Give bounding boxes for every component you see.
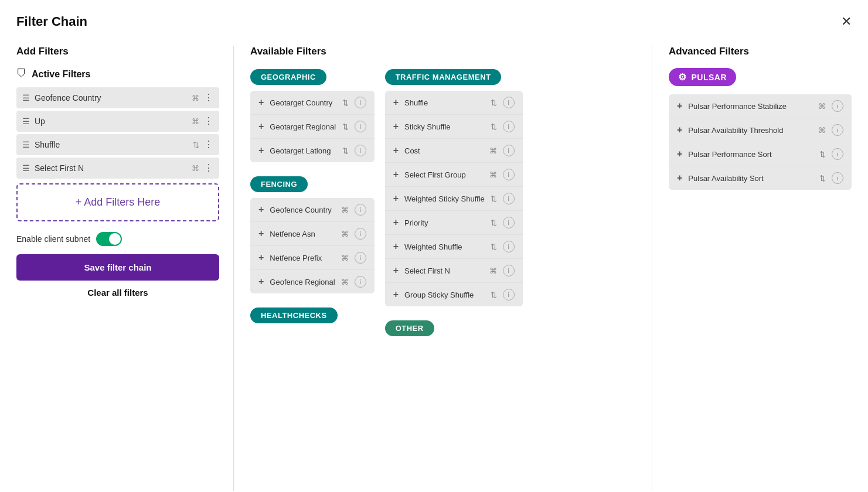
more-options-icon[interactable]: ⋮: [204, 163, 213, 173]
add-icon[interactable]: +: [393, 265, 399, 276]
avail-item-pulsar-perf-sort[interactable]: + Pulsar Performance Sort ⇅ i: [669, 142, 852, 166]
scissors-icon: ⌘: [341, 278, 349, 286]
avail-item-netfence-asn[interactable]: + Netfence Asn ⌘ i: [250, 222, 375, 246]
item-name: Sticky Shuffle: [404, 122, 485, 131]
drag-handle-icon: ☰: [22, 117, 30, 126]
scissors-icon: ⌘: [489, 170, 497, 179]
info-icon[interactable]: i: [503, 97, 515, 108]
more-options-icon[interactable]: ⋮: [204, 140, 213, 149]
filter-item-select-first-n[interactable]: ☰ Select First N ⌘ ⋮: [16, 158, 219, 179]
info-icon[interactable]: i: [503, 241, 515, 252]
arrows-icon: ⇅: [342, 98, 349, 107]
item-name: Netfence Asn: [270, 230, 335, 238]
info-icon[interactable]: i: [355, 276, 366, 288]
add-icon[interactable]: +: [393, 97, 399, 108]
close-button[interactable]: ✕: [841, 15, 852, 28]
info-icon[interactable]: i: [355, 121, 366, 132]
filter-item-shuffle[interactable]: ☰ Shuffle ⇅ ⋮: [16, 134, 219, 155]
avail-item-geotarget-country[interactable]: + Geotarget Country ⇅ i: [250, 91, 375, 115]
avail-item-priority[interactable]: + Priority ⇅ i: [385, 211, 523, 235]
info-icon[interactable]: i: [832, 124, 843, 136]
add-icon[interactable]: +: [258, 276, 264, 287]
info-icon[interactable]: i: [503, 217, 515, 228]
item-name: Select First N: [404, 266, 484, 275]
avail-item-netfence-prefix[interactable]: + Netfence Prefix ⌘ i: [250, 246, 375, 270]
info-icon[interactable]: i: [832, 100, 843, 112]
add-icon[interactable]: +: [393, 289, 399, 300]
avail-item-group-sticky-shuffle[interactable]: + Group Sticky Shuffle ⇅ i: [385, 283, 523, 306]
avail-item-cost[interactable]: + Cost ⌘ i: [385, 139, 523, 163]
add-icon[interactable]: +: [677, 173, 682, 183]
avail-item-select-first-group[interactable]: + Select First Group ⌘ i: [385, 163, 523, 187]
filter-item-geofence-country[interactable]: ☰ Geofence Country ⌘ ⋮: [16, 87, 219, 108]
active-filters-header: ⛉ Active Filters: [16, 68, 219, 80]
add-icon[interactable]: +: [258, 228, 264, 239]
avail-item-pulsar-avail-threshold[interactable]: + Pulsar Availability Threshold ⌘ i: [669, 118, 852, 142]
add-icon[interactable]: +: [258, 121, 264, 132]
info-icon[interactable]: i: [503, 289, 515, 300]
add-icon[interactable]: +: [258, 97, 264, 108]
avail-item-select-first-n[interactable]: + Select First N ⌘ i: [385, 259, 523, 283]
scissors-icon: ⌘: [341, 206, 349, 214]
info-icon[interactable]: i: [355, 228, 366, 240]
info-icon[interactable]: i: [355, 145, 366, 156]
add-icon[interactable]: +: [393, 241, 399, 252]
scissors-icon: ⌘: [489, 266, 497, 275]
add-icon[interactable]: +: [393, 217, 399, 228]
healthchecks-tag: HEALTHCHECKS: [250, 308, 338, 323]
filter-item-up[interactable]: ☰ Up ⌘ ⋮: [16, 111, 219, 132]
item-name: Cost: [404, 146, 484, 155]
avail-item-pulsar-perf-stabilize[interactable]: + Pulsar Performance Stabilize ⌘ i: [669, 94, 852, 118]
add-icon[interactable]: +: [258, 252, 264, 263]
avail-item-geofence-country[interactable]: + Geofence Country ⌘ i: [250, 198, 375, 222]
more-options-icon[interactable]: ⋮: [204, 117, 213, 126]
add-icon[interactable]: +: [393, 145, 399, 156]
add-icon[interactable]: +: [393, 193, 399, 204]
info-icon[interactable]: i: [355, 252, 366, 264]
drop-zone[interactable]: + Add Filters Here: [16, 183, 219, 221]
add-filters-title: Add Filters: [16, 46, 219, 57]
save-filter-chain-button[interactable]: Save filter chain: [16, 254, 219, 281]
item-name: Weighted Shuffle: [404, 242, 485, 251]
more-options-icon[interactable]: ⋮: [204, 93, 213, 102]
add-icon[interactable]: +: [393, 121, 399, 132]
info-icon[interactable]: i: [832, 172, 843, 184]
add-icon[interactable]: +: [677, 149, 682, 159]
avail-item-geotarget-regional[interactable]: + Geotarget Regional ⇅ i: [250, 115, 375, 139]
info-icon[interactable]: i: [503, 193, 515, 204]
item-name: Shuffle: [404, 98, 485, 107]
drop-zone-label: + Add Filters Here: [76, 196, 161, 208]
info-icon[interactable]: i: [503, 169, 515, 180]
drag-handle-icon: ☰: [22, 93, 30, 102]
add-icon[interactable]: +: [258, 204, 264, 215]
item-name: Pulsar Performance Sort: [688, 150, 813, 159]
add-icon[interactable]: +: [677, 125, 682, 135]
pulsar-label: PULSAR: [692, 73, 727, 82]
clear-all-filters-button[interactable]: Clear all filters: [16, 288, 219, 298]
info-icon[interactable]: i: [503, 265, 515, 276]
avail-item-weighted-sticky-shuffle[interactable]: + Weighted Sticky Shuffle ⇅ i: [385, 187, 523, 211]
item-name: Netfence Prefix: [270, 254, 335, 262]
avail-item-geofence-regional[interactable]: + Geofence Regional ⌘ i: [250, 270, 375, 293]
geographic-filter-list: + Geotarget Country ⇅ i + Geotarget Regi…: [250, 91, 375, 162]
item-name: Geofence Country: [270, 206, 335, 214]
info-icon[interactable]: i: [355, 97, 366, 108]
avail-item-pulsar-avail-sort[interactable]: + Pulsar Availability Sort ⇅ i: [669, 166, 852, 190]
add-icon[interactable]: +: [258, 145, 264, 156]
avail-item-weighted-shuffle[interactable]: + Weighted Shuffle ⇅ i: [385, 235, 523, 259]
info-icon[interactable]: i: [355, 204, 366, 216]
traffic-management-tag: TRAFFIC MANAGEMENT: [385, 69, 502, 85]
avail-item-shuffle[interactable]: + Shuffle ⇅ i: [385, 91, 523, 115]
avail-item-sticky-shuffle[interactable]: + Sticky Shuffle ⇅ i: [385, 115, 523, 139]
item-name: Priority: [404, 218, 485, 227]
info-icon[interactable]: i: [503, 145, 515, 156]
info-icon[interactable]: i: [832, 148, 843, 160]
avail-item-geotarget-latlong[interactable]: + Geotarget Latlong ⇅ i: [250, 139, 375, 162]
arrows-icon: ⇅: [491, 291, 497, 299]
add-icon[interactable]: +: [393, 169, 399, 180]
pulsar-filter-list: + Pulsar Performance Stabilize ⌘ i + Pul…: [669, 94, 852, 190]
arrows-icon: ⇅: [342, 146, 349, 155]
client-subnet-toggle[interactable]: [96, 232, 122, 246]
info-icon[interactable]: i: [503, 121, 515, 132]
add-icon[interactable]: +: [677, 101, 682, 111]
